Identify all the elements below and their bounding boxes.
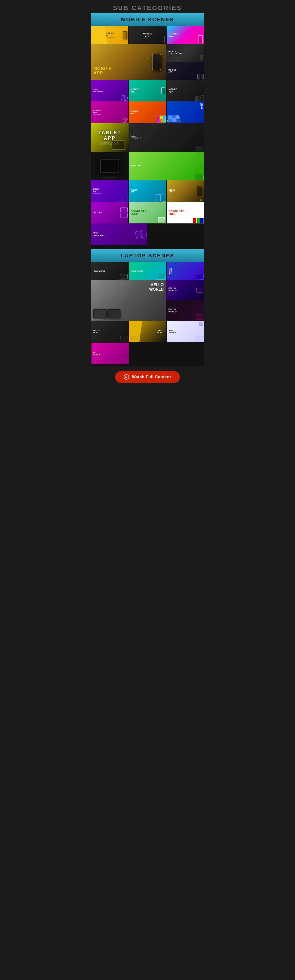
- thumb-mobile-cyan[interactable]: MOBILEAPP: [167, 26, 204, 44]
- thumb-mobile-teal[interactable]: MOBILEAPP: [129, 80, 166, 102]
- laptop-col-stack-1: HELLOWORLD Lorem ipsum dolor sit amet co…: [166, 280, 204, 321]
- mobile-row-3: MOBILEAPPLICATION MOBILEAPP MOBILEAPP: [91, 80, 204, 102]
- tablet-row-4: TABLET APP DOWNLOADFREE! DOWNLOADFREE!: [91, 202, 204, 223]
- tablet-row-3: TABLETAPP DOWNLOAD NOW TABLETAPP MOBILEA…: [91, 180, 204, 202]
- thumb-mobile-dark1[interactable]: MOBILEAPP: [129, 26, 166, 44]
- thumb-mobile-gold[interactable]: MOBILEAPP: [91, 44, 166, 80]
- thumb-mobile-dark3[interactable]: MOBILEAPP: [167, 80, 204, 102]
- thumb-mobile-magenta[interactable]: MOBILEAPP DOWNLOAD NOW: [91, 102, 128, 123]
- laptop-row-3: HELLOWORLD HELLOWORLD HELLOWORLD: [91, 321, 204, 342]
- mobile-row-1: MOBILEAPP DOWNLOAD NOW MOBILEAPP MOBILEA…: [91, 26, 204, 44]
- mobile-row-2: MOBILEAPP MOBILEAPPLICATION MOBILEAPP: [91, 44, 204, 80]
- laptop-row-2: HELLOWORLD WWW.VIDEOHIVE.NET HELLOWORLD …: [91, 280, 204, 321]
- thumb-mobile-orange[interactable]: MOBILEAPP: [129, 102, 166, 123]
- watch-full-content-button[interactable]: ▶ Watch Full Content: [115, 371, 180, 383]
- laptop-row-1: HELLO WORLD HELLO WORLD HELLOWORLD: [91, 262, 204, 280]
- thumb-download-free-colored[interactable]: DOWNLOADFREE!: [167, 202, 204, 223]
- mobile-section-header: MOBILE SCENES: [91, 13, 204, 26]
- thumb-tablet-green[interactable]: TABLET APP ★ NEW: [129, 152, 204, 180]
- thumb-laptop-purple[interactable]: HELLOWORLD Lorem ipsum dolor sit amet co…: [166, 280, 204, 300]
- thumb-laptop-dark2[interactable]: HELLOWORLD: [91, 321, 128, 342]
- thumb-tablet-dark-big[interactable]: [91, 152, 129, 180]
- thumb-mobile-application[interactable]: MOBILEAPPLICATION: [166, 44, 204, 62]
- tablet-row-5: FREEDOWNLOAD: [91, 223, 204, 245]
- thumb-download-free-white[interactable]: DOWNLOADFREE!: [129, 202, 166, 223]
- thumb-laptop-green[interactable]: HELLO WORLD: [129, 262, 166, 280]
- thumb-mobile-yellow[interactable]: MOBILEAPP DOWNLOAD NOW: [91, 26, 128, 44]
- section-divider: [91, 245, 204, 249]
- thumb-free-download-purple[interactable]: FREEDOWNLOAD: [91, 223, 147, 245]
- thumb-laptop-dark-pink[interactable]: HELLOWORLD: [166, 301, 204, 321]
- tablet-row-1: TABLET APP LOREM IPSUM DOLOR SIT AMET CO…: [91, 123, 204, 152]
- page-container: SUB CATEGORIES MOBILE SCENES MOBILEAPP D…: [91, 0, 204, 390]
- laptop-row-4: HELLOWORLD: [91, 342, 204, 366]
- thumb-laptop-blue1[interactable]: HELLOWORLD: [167, 262, 204, 280]
- play-icon: ▶: [124, 374, 129, 380]
- mobile-section-label: MOBILE SCENES: [121, 16, 174, 22]
- watch-button-label: Watch Full Content: [132, 375, 171, 379]
- thumb-mobile-blue-iso[interactable]: MOBILEAPP: [167, 102, 204, 123]
- laptop-section-header: LAPTOP SCENES: [91, 249, 204, 262]
- thumb-tablet-app-big[interactable]: TABLET APP LOREM IPSUM DOLOR SIT AMET CO…: [91, 123, 129, 152]
- tablet-row-2: TABLET APP ★ NEW: [91, 152, 204, 180]
- laptop-section-label: LAPTOP SCENES: [121, 253, 174, 259]
- thumb-laptop-gray-big[interactable]: HELLOWORLD WWW.VIDEOHIVE.NET: [91, 280, 166, 321]
- thumb-laptop-yellow-diag[interactable]: HELLOWORLD: [129, 321, 166, 342]
- thumb-tablet-cyan2[interactable]: TABLETAPP: [129, 180, 166, 202]
- thumb-laptop-blue2[interactable]: HELLOWORLD: [167, 321, 204, 342]
- thumb-tablet-application[interactable]: TABLETAPPLICATION: [129, 123, 204, 152]
- main-title: SUB CATEGORIES: [91, 0, 204, 13]
- thumb-mobile-app-gold[interactable]: MOBILEAPP: [167, 180, 204, 202]
- thumb-mobile-dark2[interactable]: MOBILEAPP: [166, 62, 204, 80]
- thumb-tablet-app-pink[interactable]: TABLET APP: [91, 202, 128, 223]
- watch-button-container: ▶ Watch Full Content: [91, 366, 204, 390]
- thumb-laptop-dark1[interactable]: HELLO WORLD: [91, 262, 128, 280]
- thumb-tablet-violet[interactable]: TABLETAPP DOWNLOAD NOW: [91, 180, 128, 202]
- thumb-laptop-magenta[interactable]: HELLOWORLD: [91, 343, 129, 364]
- mobile-col-stack-1: MOBILEAPPLICATION MOBILEAPP: [166, 44, 204, 80]
- mobile-row-4: MOBILEAPP DOWNLOAD NOW MOBILEAPP: [91, 102, 204, 123]
- thumb-mobile-purple[interactable]: MOBILEAPPLICATION: [91, 80, 128, 102]
